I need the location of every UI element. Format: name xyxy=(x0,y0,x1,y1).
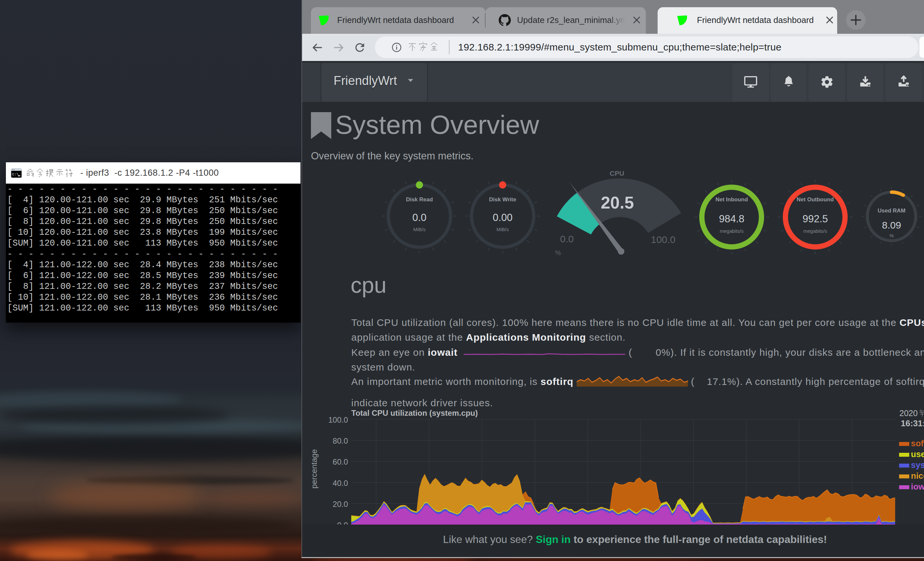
svg-text:C:\: C:\ xyxy=(12,173,19,176)
